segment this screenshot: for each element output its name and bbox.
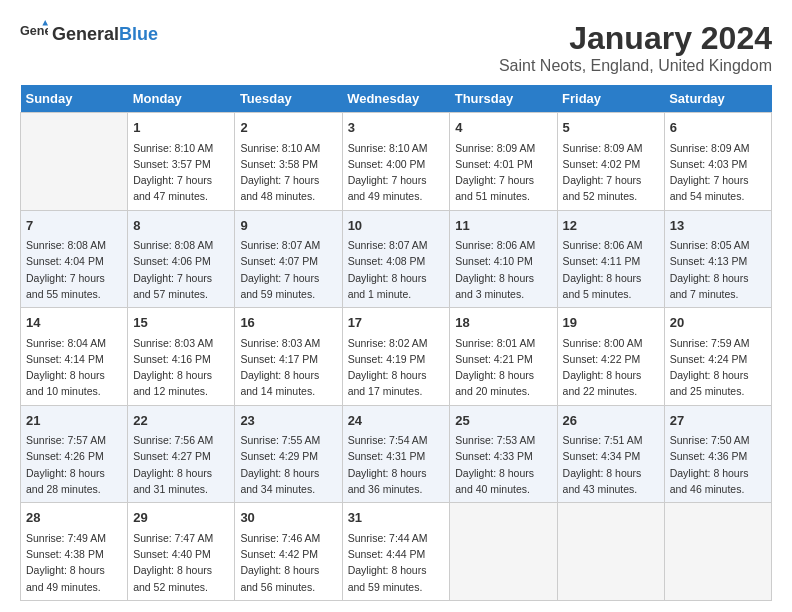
day-number: 23 xyxy=(240,411,336,431)
calendar-cell: 2Sunrise: 8:10 AMSunset: 3:58 PMDaylight… xyxy=(235,113,342,211)
weekday-header-thursday: Thursday xyxy=(450,85,557,113)
header: General GeneralBlue January 2024 Saint N… xyxy=(20,20,772,75)
day-info: Sunrise: 8:09 AMSunset: 4:02 PMDaylight:… xyxy=(563,140,659,205)
calendar-cell: 10Sunrise: 8:07 AMSunset: 4:08 PMDayligh… xyxy=(342,210,450,308)
weekday-header-tuesday: Tuesday xyxy=(235,85,342,113)
weekday-header-row: SundayMondayTuesdayWednesdayThursdayFrid… xyxy=(21,85,772,113)
calendar-cell: 8Sunrise: 8:08 AMSunset: 4:06 PMDaylight… xyxy=(128,210,235,308)
day-number: 27 xyxy=(670,411,766,431)
svg-text:General: General xyxy=(20,24,48,38)
calendar-cell: 13Sunrise: 8:05 AMSunset: 4:13 PMDayligh… xyxy=(664,210,771,308)
calendar-cell: 25Sunrise: 7:53 AMSunset: 4:33 PMDayligh… xyxy=(450,405,557,503)
weekday-header-sunday: Sunday xyxy=(21,85,128,113)
calendar-cell: 23Sunrise: 7:55 AMSunset: 4:29 PMDayligh… xyxy=(235,405,342,503)
day-number: 8 xyxy=(133,216,229,236)
day-number: 7 xyxy=(26,216,122,236)
calendar-cell: 1Sunrise: 8:10 AMSunset: 3:57 PMDaylight… xyxy=(128,113,235,211)
day-info: Sunrise: 7:46 AMSunset: 4:42 PMDaylight:… xyxy=(240,530,336,595)
calendar-week-row: 7Sunrise: 8:08 AMSunset: 4:04 PMDaylight… xyxy=(21,210,772,308)
day-info: Sunrise: 8:09 AMSunset: 4:01 PMDaylight:… xyxy=(455,140,551,205)
day-number: 2 xyxy=(240,118,336,138)
calendar-cell: 9Sunrise: 8:07 AMSunset: 4:07 PMDaylight… xyxy=(235,210,342,308)
day-info: Sunrise: 8:07 AMSunset: 4:07 PMDaylight:… xyxy=(240,237,336,302)
day-info: Sunrise: 7:54 AMSunset: 4:31 PMDaylight:… xyxy=(348,432,445,497)
day-number: 17 xyxy=(348,313,445,333)
day-number: 31 xyxy=(348,508,445,528)
day-number: 16 xyxy=(240,313,336,333)
calendar-cell: 20Sunrise: 7:59 AMSunset: 4:24 PMDayligh… xyxy=(664,308,771,406)
calendar-cell xyxy=(450,503,557,601)
calendar-cell: 11Sunrise: 8:06 AMSunset: 4:10 PMDayligh… xyxy=(450,210,557,308)
day-number: 3 xyxy=(348,118,445,138)
calendar-cell: 19Sunrise: 8:00 AMSunset: 4:22 PMDayligh… xyxy=(557,308,664,406)
calendar-cell: 28Sunrise: 7:49 AMSunset: 4:38 PMDayligh… xyxy=(21,503,128,601)
calendar-cell: 29Sunrise: 7:47 AMSunset: 4:40 PMDayligh… xyxy=(128,503,235,601)
calendar-title: January 2024 xyxy=(499,20,772,57)
title-area: January 2024 Saint Neots, England, Unite… xyxy=(499,20,772,75)
day-info: Sunrise: 7:59 AMSunset: 4:24 PMDaylight:… xyxy=(670,335,766,400)
calendar-cell xyxy=(664,503,771,601)
day-number: 26 xyxy=(563,411,659,431)
day-number: 29 xyxy=(133,508,229,528)
day-number: 10 xyxy=(348,216,445,236)
day-info: Sunrise: 8:07 AMSunset: 4:08 PMDaylight:… xyxy=(348,237,445,302)
day-info: Sunrise: 7:44 AMSunset: 4:44 PMDaylight:… xyxy=(348,530,445,595)
day-info: Sunrise: 8:08 AMSunset: 4:06 PMDaylight:… xyxy=(133,237,229,302)
day-info: Sunrise: 7:50 AMSunset: 4:36 PMDaylight:… xyxy=(670,432,766,497)
day-info: Sunrise: 7:51 AMSunset: 4:34 PMDaylight:… xyxy=(563,432,659,497)
day-number: 1 xyxy=(133,118,229,138)
calendar-cell: 6Sunrise: 8:09 AMSunset: 4:03 PMDaylight… xyxy=(664,113,771,211)
calendar-table: SundayMondayTuesdayWednesdayThursdayFrid… xyxy=(20,85,772,601)
day-number: 19 xyxy=(563,313,659,333)
logo-icon: General xyxy=(20,20,48,48)
day-info: Sunrise: 8:04 AMSunset: 4:14 PMDaylight:… xyxy=(26,335,122,400)
day-number: 4 xyxy=(455,118,551,138)
day-info: Sunrise: 8:08 AMSunset: 4:04 PMDaylight:… xyxy=(26,237,122,302)
day-info: Sunrise: 7:49 AMSunset: 4:38 PMDaylight:… xyxy=(26,530,122,595)
calendar-cell: 24Sunrise: 7:54 AMSunset: 4:31 PMDayligh… xyxy=(342,405,450,503)
day-info: Sunrise: 8:05 AMSunset: 4:13 PMDaylight:… xyxy=(670,237,766,302)
calendar-week-row: 21Sunrise: 7:57 AMSunset: 4:26 PMDayligh… xyxy=(21,405,772,503)
day-info: Sunrise: 8:01 AMSunset: 4:21 PMDaylight:… xyxy=(455,335,551,400)
day-info: Sunrise: 7:53 AMSunset: 4:33 PMDaylight:… xyxy=(455,432,551,497)
weekday-header-wednesday: Wednesday xyxy=(342,85,450,113)
day-number: 5 xyxy=(563,118,659,138)
calendar-week-row: 14Sunrise: 8:04 AMSunset: 4:14 PMDayligh… xyxy=(21,308,772,406)
calendar-cell: 26Sunrise: 7:51 AMSunset: 4:34 PMDayligh… xyxy=(557,405,664,503)
day-number: 30 xyxy=(240,508,336,528)
calendar-cell: 5Sunrise: 8:09 AMSunset: 4:02 PMDaylight… xyxy=(557,113,664,211)
calendar-cell: 17Sunrise: 8:02 AMSunset: 4:19 PMDayligh… xyxy=(342,308,450,406)
day-info: Sunrise: 7:47 AMSunset: 4:40 PMDaylight:… xyxy=(133,530,229,595)
calendar-cell: 16Sunrise: 8:03 AMSunset: 4:17 PMDayligh… xyxy=(235,308,342,406)
day-info: Sunrise: 8:06 AMSunset: 4:11 PMDaylight:… xyxy=(563,237,659,302)
day-info: Sunrise: 8:02 AMSunset: 4:19 PMDaylight:… xyxy=(348,335,445,400)
day-info: Sunrise: 8:10 AMSunset: 3:58 PMDaylight:… xyxy=(240,140,336,205)
calendar-cell: 3Sunrise: 8:10 AMSunset: 4:00 PMDaylight… xyxy=(342,113,450,211)
calendar-subtitle: Saint Neots, England, United Kingdom xyxy=(499,57,772,75)
calendar-cell: 31Sunrise: 7:44 AMSunset: 4:44 PMDayligh… xyxy=(342,503,450,601)
day-number: 22 xyxy=(133,411,229,431)
calendar-cell: 21Sunrise: 7:57 AMSunset: 4:26 PMDayligh… xyxy=(21,405,128,503)
day-info: Sunrise: 8:00 AMSunset: 4:22 PMDaylight:… xyxy=(563,335,659,400)
day-number: 25 xyxy=(455,411,551,431)
calendar-cell: 15Sunrise: 8:03 AMSunset: 4:16 PMDayligh… xyxy=(128,308,235,406)
day-number: 18 xyxy=(455,313,551,333)
calendar-cell: 27Sunrise: 7:50 AMSunset: 4:36 PMDayligh… xyxy=(664,405,771,503)
logo: General GeneralBlue xyxy=(20,20,158,48)
calendar-cell: 14Sunrise: 8:04 AMSunset: 4:14 PMDayligh… xyxy=(21,308,128,406)
day-number: 24 xyxy=(348,411,445,431)
calendar-cell xyxy=(557,503,664,601)
day-number: 9 xyxy=(240,216,336,236)
day-number: 11 xyxy=(455,216,551,236)
day-info: Sunrise: 7:55 AMSunset: 4:29 PMDaylight:… xyxy=(240,432,336,497)
day-number: 12 xyxy=(563,216,659,236)
calendar-cell: 4Sunrise: 8:09 AMSunset: 4:01 PMDaylight… xyxy=(450,113,557,211)
calendar-cell: 30Sunrise: 7:46 AMSunset: 4:42 PMDayligh… xyxy=(235,503,342,601)
day-info: Sunrise: 7:57 AMSunset: 4:26 PMDaylight:… xyxy=(26,432,122,497)
day-info: Sunrise: 8:03 AMSunset: 4:17 PMDaylight:… xyxy=(240,335,336,400)
calendar-cell: 7Sunrise: 8:08 AMSunset: 4:04 PMDaylight… xyxy=(21,210,128,308)
calendar-cell: 22Sunrise: 7:56 AMSunset: 4:27 PMDayligh… xyxy=(128,405,235,503)
weekday-header-monday: Monday xyxy=(128,85,235,113)
day-info: Sunrise: 8:10 AMSunset: 3:57 PMDaylight:… xyxy=(133,140,229,205)
weekday-header-friday: Friday xyxy=(557,85,664,113)
